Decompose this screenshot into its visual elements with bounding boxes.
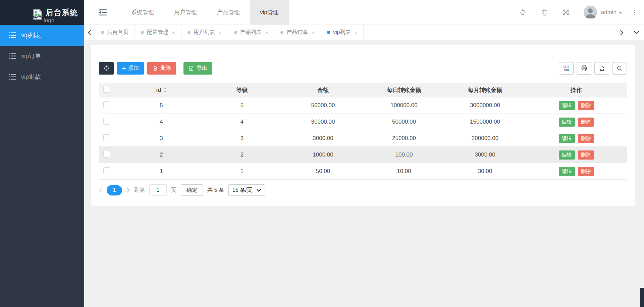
add-button[interactable]: + 添加 bbox=[117, 62, 144, 75]
tab-close-icon[interactable]: × bbox=[312, 30, 315, 35]
cell-monthly: 3000000.00 bbox=[444, 97, 526, 114]
cell-monthly: 3000.00 bbox=[444, 147, 526, 163]
nav-item-system[interactable]: 系统管理 bbox=[121, 0, 164, 25]
search-button[interactable] bbox=[612, 62, 627, 75]
column-header-actions: 操作 bbox=[526, 83, 627, 97]
table-toolbar: + 添加 删除 导出 bbox=[99, 45, 627, 75]
delete-row-button[interactable]: 删除 bbox=[578, 101, 594, 110]
vip-list-card: + 添加 删除 导出 bbox=[91, 45, 635, 206]
tabs-scroll-left-icon[interactable] bbox=[84, 25, 95, 40]
page-size-select[interactable]: 15 条/页 bbox=[228, 184, 265, 196]
tab-close-icon[interactable]: × bbox=[172, 30, 175, 35]
cell-id: 2 bbox=[121, 147, 202, 163]
prev-page-icon[interactable] bbox=[99, 187, 102, 193]
table-row: 2 2 1000.00 100.00 3000.00 编辑 删除 bbox=[99, 147, 627, 163]
edit-button[interactable]: 编辑 bbox=[559, 167, 575, 176]
nav-item-vip[interactable]: vip管理 bbox=[250, 0, 289, 25]
cell-id: 5 bbox=[121, 97, 202, 114]
filter-columns-button[interactable] bbox=[559, 62, 574, 75]
refresh-button[interactable] bbox=[99, 62, 114, 75]
cell-monthly: 30.00 bbox=[444, 163, 526, 180]
list-icon bbox=[9, 74, 16, 80]
edit-button[interactable]: 编辑 bbox=[559, 118, 575, 127]
table-row: 5 5 50000.00 100000.00 3000000.00 编辑 删除 bbox=[99, 97, 627, 114]
table-row: 1 1 50.00 10.00 30.00 编辑 删除 bbox=[99, 163, 627, 180]
excel-file-icon bbox=[189, 65, 194, 71]
refresh-icon[interactable] bbox=[519, 9, 527, 16]
row-checkbox[interactable] bbox=[103, 167, 110, 174]
list-icon bbox=[9, 32, 16, 38]
trash-icon[interactable] bbox=[541, 9, 548, 16]
cell-level: 1 bbox=[202, 163, 282, 180]
tab-vip-list[interactable]: vip列表 × bbox=[321, 25, 364, 40]
cell-level: 3 bbox=[202, 130, 282, 147]
scrollbar-thumb[interactable] bbox=[640, 288, 644, 307]
tab-bar: 后台首页 配置管理 × 用户列表 × 产品列表 × 产品订单 × vip列表 × bbox=[84, 25, 644, 40]
current-page-badge[interactable]: 1 bbox=[107, 185, 122, 195]
tab-config[interactable]: 配置管理 × bbox=[135, 25, 181, 40]
tabs-scroll-right-icon[interactable] bbox=[614, 25, 629, 40]
delete-row-button[interactable]: 删除 bbox=[578, 150, 594, 160]
username[interactable]: admin bbox=[601, 9, 616, 16]
delete-row-button[interactable]: 删除 bbox=[578, 118, 594, 127]
confirm-button[interactable]: 确定 bbox=[181, 184, 203, 196]
row-checkbox[interactable] bbox=[103, 101, 110, 108]
sidebar-item-vip-orders[interactable]: vip订单 bbox=[0, 46, 84, 67]
export-button[interactable]: 导出 bbox=[183, 62, 212, 75]
row-checkbox[interactable] bbox=[103, 118, 110, 125]
tab-product-list[interactable]: 产品列表 × bbox=[228, 25, 275, 40]
edit-button[interactable]: 编辑 bbox=[559, 101, 575, 110]
fullscreen-icon[interactable] bbox=[562, 9, 570, 16]
edit-button[interactable]: 编辑 bbox=[559, 150, 575, 160]
sidebar-item-vip-list[interactable]: vip列表 bbox=[0, 25, 84, 46]
goto-page-input[interactable] bbox=[149, 184, 167, 196]
trash-icon bbox=[152, 65, 158, 71]
delete-button[interactable]: 删除 bbox=[147, 62, 176, 75]
tab-status-dot bbox=[327, 31, 330, 34]
next-page-icon[interactable] bbox=[126, 187, 130, 193]
tab-close-icon[interactable]: × bbox=[355, 30, 358, 35]
column-header-id[interactable]: id bbox=[121, 83, 202, 97]
cell-amount: 3000.00 bbox=[282, 130, 364, 147]
tab-user-list[interactable]: 用户列表 × bbox=[181, 25, 228, 40]
tab-close-icon[interactable]: × bbox=[219, 30, 222, 35]
nav-item-products[interactable]: 产品管理 bbox=[207, 0, 250, 25]
delete-row-button[interactable]: 删除 bbox=[578, 167, 594, 176]
pagination: 1 到第 页 确定 共 5 条 15 条/页 bbox=[99, 184, 627, 196]
cell-monthly: 200000.00 bbox=[444, 130, 526, 147]
sidebar-collapse-icon[interactable] bbox=[84, 0, 121, 25]
tab-close-icon[interactable]: × bbox=[265, 30, 268, 35]
tab-product-orders[interactable]: 产品订单 × bbox=[274, 25, 321, 40]
vip-table: id 等级 金额 每日转账金额 每月转账金额 操作 5 5 50000.00 bbox=[99, 83, 627, 180]
cell-daily: 25000.00 bbox=[364, 130, 444, 147]
cell-amount: 1000.00 bbox=[282, 147, 364, 163]
plus-icon: + bbox=[122, 65, 126, 72]
tabs-menu-chevron-icon[interactable] bbox=[629, 25, 644, 40]
chevron-down-icon[interactable] bbox=[619, 9, 623, 15]
select-all-checkbox[interactable] bbox=[103, 86, 110, 93]
export-data-button[interactable] bbox=[594, 62, 609, 75]
delete-row-button[interactable]: 删除 bbox=[578, 134, 594, 143]
more-vertical-icon[interactable] bbox=[631, 9, 637, 16]
tab-label: 后台首页 bbox=[107, 29, 128, 36]
export-button-label: 导出 bbox=[197, 65, 207, 72]
edit-button[interactable]: 编辑 bbox=[559, 134, 575, 143]
avatar[interactable] bbox=[584, 6, 597, 19]
sidebar-item-vip-refunds[interactable]: vip退款 bbox=[0, 67, 84, 87]
page-size-value: 15 条/页 bbox=[232, 187, 252, 194]
row-checkbox[interactable] bbox=[103, 151, 110, 158]
page-unit-label: 页 bbox=[171, 187, 176, 194]
delete-button-label: 删除 bbox=[160, 65, 171, 72]
chevron-down-icon bbox=[257, 189, 261, 192]
tab-status-dot bbox=[101, 31, 104, 34]
nav-item-users[interactable]: 用户管理 bbox=[164, 0, 207, 25]
tab-status-dot bbox=[234, 31, 237, 34]
print-button[interactable] bbox=[577, 62, 591, 75]
tab-home[interactable]: 后台首页 bbox=[95, 25, 135, 40]
brand-block: logo 后台系统 bbox=[0, 0, 84, 25]
row-checkbox[interactable] bbox=[103, 134, 110, 141]
search-icon bbox=[616, 65, 623, 72]
table-row: 4 4 30000.00 50000.00 1500000.00 编辑 删除 bbox=[99, 114, 627, 130]
tab-label: 产品列表 bbox=[240, 29, 262, 36]
tab-status-dot bbox=[187, 31, 191, 34]
